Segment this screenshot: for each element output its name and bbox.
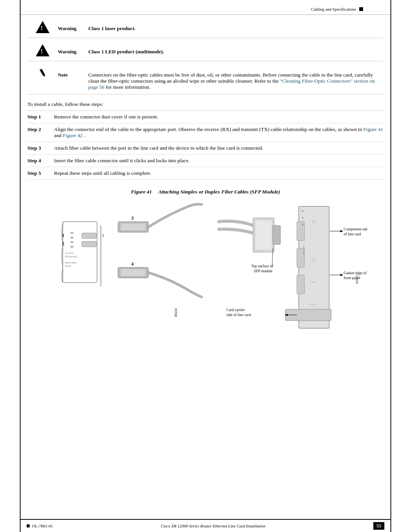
svg-rect-5: [82, 241, 96, 247]
note-row: Note Connectors on the fiber-optic cable…: [27, 61, 384, 94]
step-text-1: Remove the connector dust cover if one i…: [54, 114, 384, 120]
figure-title: Attaching Simplex or Duplex Fiber Cables…: [158, 189, 280, 195]
figure-area: 1 2 ACTIVE RX PACKET PWD THRU SWAP 2 3: [27, 199, 384, 336]
warning-row-2: Warning Class 1 LED product (multimode).: [27, 38, 384, 61]
step-text-5: Repeat these steps until all cabling is …: [54, 170, 384, 176]
footer-page-number: 55: [373, 522, 384, 530]
svg-rect-25: [122, 270, 145, 276]
warning-triangle-icon-1: [36, 21, 49, 33]
svg-rect-29: [273, 225, 280, 244]
svg-text:Card carrier: Card carrier: [226, 308, 245, 312]
page-header: Cabling and Specifications: [21, 0, 390, 15]
step2-main: Align the connector end of the cable to …: [54, 126, 362, 132]
warning-content-2: Class 1 LED product (multimode).: [88, 49, 164, 54]
left-diagram: 1 2 ACTIVE RX PACKET PWD THRU SWAP 2 3: [59, 199, 204, 321]
step-row-1: Step 1 Remove the connector dust cover i…: [27, 111, 384, 123]
step2-after: .: [84, 133, 85, 138]
svg-rect-4: [82, 233, 96, 238]
footer-square-left: [27, 524, 30, 527]
svg-text:Component side: Component side: [344, 227, 367, 231]
svg-text:80224: 80224: [174, 308, 178, 317]
svg-text:LINE CARD: LINE CARD: [303, 244, 305, 255]
step-label-4: Step 4: [27, 158, 54, 164]
step-text-4: Insert the fiber cable connector until i…: [54, 158, 384, 164]
svg-rect-11: [70, 246, 73, 248]
note-after-text: for more information.: [106, 84, 150, 90]
step-row-5: Step 5 Repeat these steps until all cabl…: [27, 167, 384, 180]
warning-text-2: Class 1 LED product (multimode).: [88, 43, 384, 55]
header-square: [359, 7, 363, 11]
svg-text:1: 1: [62, 233, 64, 238]
footer-left: OL-7861-01: [27, 524, 53, 528]
svg-text:SWAP: SWAP: [65, 265, 72, 267]
step-label-2: Step 2: [27, 126, 54, 133]
svg-text:2: 2: [102, 233, 104, 238]
svg-text:side of line card: side of line card: [226, 313, 251, 317]
step-text-3: Attach fiber cable between the port in t…: [54, 145, 384, 151]
step-label-5: Step 5: [27, 170, 54, 176]
main-content: Warning Class 1 laser product. Warning C…: [27, 15, 384, 359]
svg-rect-37: [302, 210, 303, 212]
svg-text:2: 2: [62, 241, 64, 246]
svg-text:Top surface of: Top surface of: [251, 264, 273, 268]
warning-label-2: Warning: [58, 43, 88, 55]
pencil-icon: [37, 67, 48, 78]
step2-between: and: [54, 133, 63, 138]
header-title: Cabling and Specifications: [311, 7, 356, 11]
svg-text:57654: 57654: [355, 275, 359, 284]
step2-link2[interactable]: Figure 42: [63, 133, 83, 138]
svg-rect-38: [302, 217, 303, 219]
left-diagram-svg: 1 2 ACTIVE RX PACKET PWD THRU SWAP 2 3: [59, 199, 204, 321]
step-text-2: Align the connector end of the cable to …: [54, 126, 384, 139]
page-left-border: [20, 0, 21, 532]
svg-text:2 1 1 8: 2 1 1 8: [310, 304, 315, 306]
svg-text:Gasket edge of: Gasket edge of: [344, 271, 367, 275]
svg-text:2 1 1 8: 2 1 1 8: [310, 281, 315, 283]
warning-label-1: Warning: [58, 20, 88, 32]
page-footer: OL-7861-01 Cisco XR 12000 Series Router …: [21, 519, 390, 532]
svg-rect-36: [297, 275, 304, 294]
note-icon-col: [27, 67, 58, 78]
svg-text:RX PACKET: RX PACKET: [65, 256, 78, 258]
svg-text:PWD THRU: PWD THRU: [65, 262, 77, 264]
step-label-3: Step 3: [27, 145, 54, 151]
svg-rect-39: [302, 224, 303, 225]
warning-icon-col-2: [27, 43, 58, 57]
warning-content-1: Class 1 laser product.: [88, 26, 135, 31]
svg-text:SFP module: SFP module: [254, 269, 272, 273]
step-label-1: Step 1: [27, 114, 54, 120]
warning-triangle-icon-2: [36, 44, 49, 56]
svg-rect-21: [122, 224, 145, 230]
step-row-3: Step 3 Attach fiber cable between the po…: [27, 142, 384, 155]
svg-rect-8: [70, 232, 73, 234]
svg-rect-10: [70, 241, 73, 243]
svg-rect-9: [70, 237, 73, 238]
step2-link1[interactable]: Figure 41: [363, 126, 383, 132]
note-text: Connectors on the fiber-optic cables mus…: [88, 67, 384, 90]
step-row-2: Step 2 Align the connector end of the ca…: [27, 123, 384, 142]
warning-text-1: Class 1 laser product.: [88, 20, 384, 32]
svg-text:of line card: of line card: [344, 232, 361, 236]
svg-text:3: 3: [131, 216, 134, 221]
right-diagram: Top surface of SFP module LINE CARD 2 1: [215, 199, 352, 336]
warning-icon-col-1: [27, 20, 58, 34]
svg-text:ACTIVE: ACTIVE: [65, 252, 73, 254]
note-label: Note: [58, 67, 88, 78]
figure-caption: Figure 41 Attaching Simplex or Duplex Fi…: [27, 189, 384, 195]
page-right-border: [390, 0, 391, 532]
footer-center: Cisco XR 12000 Series Router Ethernet Li…: [161, 524, 265, 528]
figure-number: Figure 41: [131, 189, 152, 195]
right-diagram-svg: Top surface of SFP module LINE CARD 2 1: [215, 199, 367, 343]
svg-text:4: 4: [131, 261, 134, 267]
footer-doc-number: OL-7861-01: [32, 524, 53, 528]
warning-row-1: Warning Class 1 laser product.: [27, 15, 384, 38]
step-row-4: Step 4 Insert the fiber cable connector …: [27, 155, 384, 167]
svg-rect-28: [255, 220, 272, 250]
intro-text: To install a cable, follow these steps:: [27, 94, 384, 110]
